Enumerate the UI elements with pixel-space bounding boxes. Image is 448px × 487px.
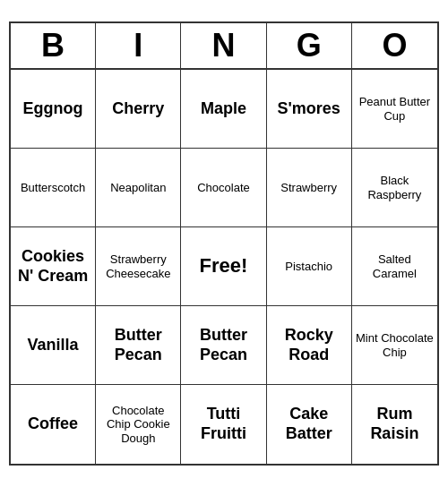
- bingo-cell-4: Peanut Butter Cup: [352, 70, 437, 149]
- bingo-cell-13: Pistachio: [267, 227, 352, 306]
- bingo-cell-3: S'mores: [267, 70, 352, 149]
- bingo-cell-6: Neapolitan: [96, 149, 181, 227]
- bingo-cell-9: Black Raspberry: [352, 149, 437, 227]
- bingo-cell-23: Cake Batter: [267, 385, 352, 464]
- bingo-header-letter-n: N: [181, 23, 266, 68]
- bingo-cell-7: Chocolate: [181, 149, 266, 227]
- bingo-cell-1: Cherry: [96, 70, 181, 149]
- bingo-cell-17: Butter Pecan: [181, 306, 266, 385]
- bingo-grid: EggnogCherryMapleS'moresPeanut Butter Cu…: [11, 70, 437, 464]
- bingo-cell-16: Butter Pecan: [96, 306, 181, 385]
- bingo-cell-21: Chocolate Chip Cookie Dough: [96, 385, 181, 464]
- bingo-card: BINGO EggnogCherryMapleS'moresPeanut But…: [9, 21, 439, 466]
- bingo-header-letter-g: G: [267, 23, 352, 68]
- bingo-cell-10: Cookies N' Cream: [11, 227, 96, 306]
- bingo-cell-20: Coffee: [11, 385, 96, 464]
- bingo-cell-24: Rum Raisin: [352, 385, 437, 464]
- bingo-header-letter-o: O: [352, 23, 437, 68]
- bingo-cell-15: Vanilla: [11, 306, 96, 385]
- bingo-cell-0: Eggnog: [11, 70, 96, 149]
- bingo-cell-5: Butterscotch: [11, 149, 96, 227]
- bingo-cell-8: Strawberry: [267, 149, 352, 227]
- bingo-cell-11: Strawberry Cheesecake: [96, 227, 181, 306]
- bingo-cell-19: Mint Chocolate Chip: [352, 306, 437, 385]
- bingo-cell-2: Maple: [181, 70, 266, 149]
- bingo-cell-22: Tutti Fruitti: [181, 385, 266, 464]
- bingo-header: BINGO: [11, 23, 437, 70]
- bingo-header-letter-i: I: [96, 23, 181, 68]
- bingo-cell-14: Salted Caramel: [352, 227, 437, 306]
- bingo-cell-12: Free!: [181, 227, 266, 306]
- bingo-cell-18: Rocky Road: [267, 306, 352, 385]
- bingo-header-letter-b: B: [11, 23, 96, 68]
